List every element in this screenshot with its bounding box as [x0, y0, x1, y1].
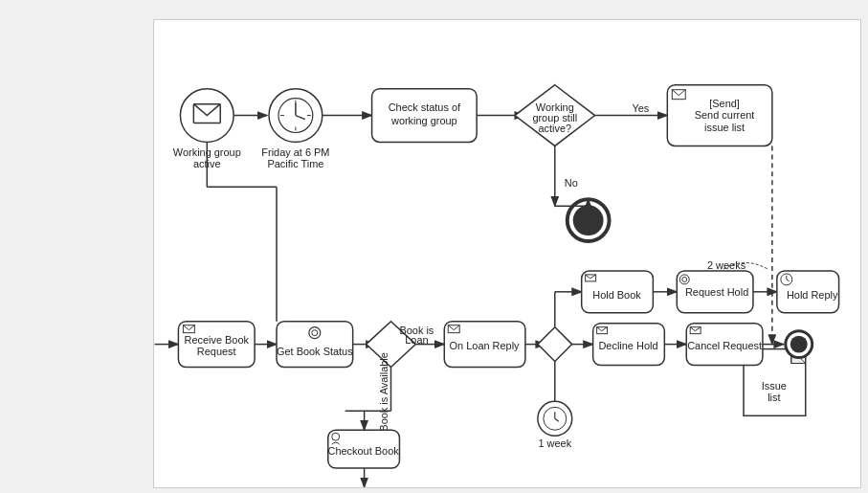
two-weeks-label: 2 weeks: [707, 259, 746, 271]
issue-list-label2: list: [768, 392, 780, 403]
hold-reply-label: Hold Reply: [787, 289, 838, 301]
receive-book-label2: Request: [197, 346, 236, 357]
get-book-label: Get Book Status: [277, 346, 353, 357]
send-label2: Send current: [695, 109, 755, 121]
check-status-label1: Check status of: [389, 102, 461, 114]
decline-hold-label: Decline Hold: [598, 340, 657, 351]
diagram-container: Working group active Friday at 6 PM Paci…: [153, 19, 861, 488]
on-loan-label: On Loan Reply: [450, 340, 520, 351]
send-label3: issue list: [704, 122, 745, 133]
one-week-label: 1 week: [538, 437, 571, 449]
send-label1: [Send]: [709, 98, 740, 109]
end-event-no-inner: [573, 205, 604, 235]
book-loan-label2: Loan: [405, 334, 428, 346]
friday-label1: Friday at 6 PM: [261, 146, 329, 158]
gw-label3: active?: [538, 123, 571, 134]
friday-label2: Pacific Time: [267, 158, 323, 169]
book-available-label: Book is Available: [378, 352, 389, 432]
gateway-decline: [538, 327, 572, 362]
no-label: No: [565, 177, 578, 189]
checkout-label: Checkout Book: [328, 445, 400, 457]
issue-list-label1: Issue: [762, 380, 787, 392]
get-book-status-task: [277, 322, 353, 368]
check-status-label2: working group: [390, 115, 457, 126]
end-event-bottom-inner: [790, 336, 808, 353]
hold-book-label: Hold Book: [592, 289, 641, 301]
receive-book-label1: Receive Book: [185, 335, 250, 347]
request-hold-label: Request Hold: [685, 286, 748, 298]
yes-label: Yes: [633, 103, 650, 115]
cancel-label: Cancel Request: [687, 340, 762, 351]
